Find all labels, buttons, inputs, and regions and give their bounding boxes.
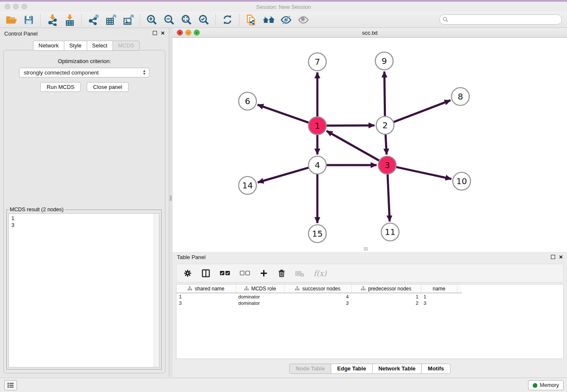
close-panel-button[interactable]: Close panel bbox=[87, 82, 129, 92]
table-panel: Table Panel × bbox=[173, 252, 567, 377]
task-history-button[interactable] bbox=[4, 380, 17, 390]
table-cell[interactable]: 3 bbox=[421, 300, 457, 306]
close-window-button[interactable] bbox=[5, 4, 10, 9]
hierarchy-icon bbox=[361, 286, 366, 291]
canvas-resize-thumb[interactable] bbox=[364, 247, 368, 251]
tab-select[interactable]: Select bbox=[87, 41, 113, 51]
network-graph[interactable]: 7968124314101511 bbox=[173, 38, 567, 251]
graph-edge-4-14[interactable] bbox=[258, 168, 308, 182]
column-label: successor nodes bbox=[302, 286, 340, 292]
table-cell[interactable]: 1 bbox=[176, 293, 236, 300]
tab-node-table[interactable]: Node Table bbox=[289, 364, 331, 374]
export-image-button[interactable] bbox=[119, 13, 137, 27]
export-table-button[interactable] bbox=[102, 13, 119, 27]
criterion-dropdown[interactable]: strongly connected component ▲▼ bbox=[19, 68, 149, 77]
table-cell[interactable]: dominator bbox=[236, 293, 284, 300]
table-cell[interactable]: dominator bbox=[236, 300, 284, 306]
tab-style[interactable]: Style bbox=[64, 41, 87, 51]
table-cell[interactable]: 1 bbox=[421, 293, 457, 300]
tab-mcds[interactable]: MCDS bbox=[113, 41, 140, 51]
graph-edge-3-1[interactable] bbox=[327, 131, 379, 160]
control-panel: Control Panel × Network Style Select MCD… bbox=[0, 28, 169, 377]
graph-edge-1-6[interactable] bbox=[258, 105, 309, 122]
table-cell[interactable]: 2 bbox=[351, 300, 421, 306]
graph-node-label-10: 10 bbox=[456, 176, 467, 186]
memory-status-icon bbox=[533, 383, 537, 388]
table-cell[interactable]: 3 bbox=[284, 300, 351, 306]
table-cell[interactable]: 4 bbox=[284, 293, 351, 300]
close-panel-icon[interactable]: × bbox=[161, 30, 165, 35]
table-cell-filler bbox=[457, 293, 462, 300]
import-network-button[interactable] bbox=[44, 13, 61, 27]
memory-label: Memory bbox=[540, 382, 559, 388]
search-field[interactable] bbox=[439, 14, 562, 25]
network-window-titlebar[interactable]: ✕ − + scc.txt bbox=[173, 28, 567, 38]
tab-network[interactable]: Network bbox=[33, 41, 64, 51]
column-label: name bbox=[432, 286, 445, 292]
column-header-name[interactable]: name bbox=[421, 284, 457, 293]
minimize-window-button[interactable] bbox=[13, 4, 19, 9]
graph-edge-2-3[interactable] bbox=[385, 135, 387, 155]
refresh-button[interactable] bbox=[219, 13, 236, 27]
column-header-predecessor-nodes[interactable]: predecessor nodes bbox=[351, 284, 421, 293]
add-column-button[interactable] bbox=[259, 269, 268, 278]
column-header-shared-name[interactable]: shared name bbox=[176, 284, 236, 293]
search-input[interactable] bbox=[450, 15, 561, 24]
export-network-button[interactable] bbox=[85, 13, 102, 27]
maximize-window-button[interactable] bbox=[22, 4, 27, 9]
mcds-result-box[interactable]: 1 3 bbox=[8, 213, 160, 367]
graph-edge-1-2[interactable] bbox=[327, 125, 374, 126]
zoom-out-button[interactable] bbox=[160, 13, 178, 27]
graph-edge-3-11[interactable] bbox=[388, 174, 390, 221]
node-table[interactable]: shared nameMCDS rolesuccessor nodesprede… bbox=[176, 284, 564, 359]
toggle-columns-button[interactable] bbox=[201, 268, 211, 278]
table-row[interactable]: 1dominator411 bbox=[176, 293, 462, 300]
columns-icon bbox=[201, 268, 211, 278]
home-view-button[interactable] bbox=[260, 13, 277, 27]
show-graphics-button[interactable] bbox=[295, 13, 312, 27]
graph-node-label-4: 4 bbox=[315, 160, 320, 170]
zoom-fit-button[interactable] bbox=[178, 13, 195, 27]
save-session-button[interactable] bbox=[20, 13, 37, 27]
network-canvas[interactable]: 7968124314101511 bbox=[173, 38, 567, 251]
splitter-grip-icon[interactable] bbox=[170, 195, 172, 201]
memory-button[interactable]: Memory bbox=[528, 380, 564, 390]
table-cell[interactable]: 1 bbox=[351, 293, 421, 300]
column-header-successor-nodes[interactable]: successor nodes bbox=[284, 284, 351, 293]
hide-graphics-button[interactable] bbox=[277, 13, 295, 27]
column-header-MCDS-role[interactable]: MCDS role bbox=[236, 284, 284, 293]
graph-node-label-2: 2 bbox=[383, 120, 388, 130]
status-bar: Memory bbox=[0, 378, 567, 392]
toolbar-separator bbox=[81, 14, 82, 26]
tab-edge-table[interactable]: Edge Table bbox=[331, 364, 372, 374]
clone-network-button[interactable] bbox=[242, 13, 260, 27]
import-table-button[interactable] bbox=[61, 13, 78, 27]
tab-network-table[interactable]: Network Table bbox=[372, 364, 422, 374]
node-table-header[interactable]: shared nameMCDS rolesuccessor nodesprede… bbox=[176, 284, 462, 293]
result-scrollbar[interactable] bbox=[154, 214, 159, 367]
float-panel-icon[interactable] bbox=[153, 31, 157, 35]
table-cell[interactable]: 3 bbox=[176, 300, 236, 306]
float-table-panel-icon[interactable] bbox=[551, 255, 555, 259]
gear-icon bbox=[183, 269, 192, 278]
delete-column-button[interactable] bbox=[277, 269, 286, 278]
deselect-all-button[interactable] bbox=[239, 270, 250, 276]
run-mcds-button[interactable]: Run MCDS bbox=[40, 82, 81, 92]
window-traffic-lights[interactable] bbox=[5, 4, 27, 9]
table-row[interactable]: 3dominator323 bbox=[176, 300, 462, 306]
close-table-panel-icon[interactable]: × bbox=[559, 254, 563, 259]
zoom-in-button[interactable] bbox=[143, 13, 160, 27]
open-session-button[interactable] bbox=[3, 13, 20, 27]
tab-motifs[interactable]: Motifs bbox=[421, 364, 450, 374]
zoom-selected-button[interactable] bbox=[195, 13, 212, 27]
graph-edge-2-8[interactable] bbox=[394, 100, 451, 122]
graph-edge-3-10[interactable] bbox=[396, 167, 451, 179]
panel-splitter[interactable] bbox=[169, 28, 173, 377]
node-table-grid[interactable]: shared nameMCDS rolesuccessor nodesprede… bbox=[176, 284, 462, 306]
node-table-body[interactable]: 1dominator4113dominator323 bbox=[176, 293, 462, 306]
table-cell-filler bbox=[457, 300, 462, 306]
graph-edge-2-9[interactable] bbox=[384, 72, 385, 116]
export-table-icon bbox=[105, 14, 117, 26]
settings-gear-button[interactable] bbox=[183, 269, 192, 278]
select-all-button[interactable] bbox=[220, 270, 231, 276]
